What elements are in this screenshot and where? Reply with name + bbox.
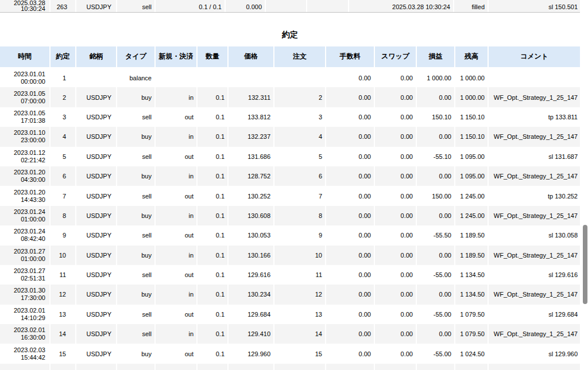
cell-symbol: USDJPY: [76, 246, 117, 265]
table-row: 2023.02.1316USDJPYbuyin0.1131.735160.000…: [0, 364, 580, 370]
cell-symbol: USDJPY: [76, 344, 117, 363]
cell-price: 131.686: [228, 147, 274, 166]
cell-balance: 1 024.50: [455, 344, 488, 363]
cell-profit: 0.00: [416, 364, 455, 370]
cell-time: 2023.02.0116:30:00: [0, 324, 50, 344]
cell-commission: 0.00: [326, 87, 374, 107]
cell-comment: WF_Opt._Strategy_1_25_147: [488, 364, 580, 370]
cell-time: 2023.01.3017:30:00: [0, 285, 50, 304]
cell-commission: 0.00: [326, 305, 374, 324]
column-header-10: 損益: [416, 46, 455, 68]
cell-price: 133.812: [228, 107, 274, 127]
cell-price: 129.616: [228, 265, 274, 285]
table-row: 2023.02.0114:10:2913USDJPYsellout0.1129.…: [0, 305, 580, 324]
vertical-scrollbar-thumb[interactable]: [583, 225, 587, 304]
cell-type: buy: [117, 206, 155, 225]
cell-type: sell: [117, 305, 155, 324]
cell-volume: 0.1 / 0.1: [155, 0, 225, 12]
cell-balance: 1 079.50: [455, 305, 488, 324]
cell-profit: 150.00: [416, 186, 455, 205]
cell-comment: WF_Opt._Strategy_1_25_147: [488, 285, 580, 304]
cell-order: 2: [274, 87, 326, 107]
cell-symbol: [76, 68, 117, 87]
cell-volume: [197, 68, 228, 87]
cell-swap: 0.00: [374, 127, 416, 146]
cell-time-done: 2025.03.28 10:30:24: [349, 0, 454, 12]
table-row: 2023.01.2701:00:0010USDJPYbuyin0.1130.16…: [0, 246, 580, 265]
cell-deal: 16: [50, 364, 76, 370]
table-row: 2023.01.1202:21:425USDJPYsellout0.1131.6…: [0, 147, 580, 166]
cell-swap: 0.00: [374, 166, 416, 186]
table-row: 2025.03.28 10:30:24 263 USDJPY sell 0.1 …: [0, 0, 580, 12]
cell-direction: out: [155, 147, 197, 166]
cell-commission: 0.00: [326, 107, 374, 127]
cell-comment: WF_Opt._Strategy_1_25_147: [488, 127, 580, 146]
cell-direction: out: [155, 265, 197, 285]
cell-direction: in: [155, 285, 197, 304]
cell-commission: 0.00: [326, 364, 374, 370]
cell-symbol: USDJPY: [76, 186, 117, 205]
cell-swap: 0.00: [374, 305, 416, 324]
cell-comment: sl 129.616: [488, 265, 580, 285]
cell-profit: -55.50: [416, 225, 455, 245]
column-header-1: 約定: [50, 46, 76, 68]
cell-profit: 0.00: [416, 206, 455, 225]
cell-order: 6: [274, 166, 326, 186]
cell-time: 2023.01.1023:00:00: [0, 127, 50, 146]
cell-swap: 0.00: [374, 324, 416, 344]
cell-order: 11: [274, 265, 326, 285]
cell-deal: 2: [50, 87, 76, 107]
cell-volume: 0.1: [197, 305, 228, 324]
cell-volume: 0.1: [197, 186, 228, 205]
cell-profit: -55.10: [416, 147, 455, 166]
cell-symbol: USDJPY: [76, 324, 117, 344]
cell-direction: out: [155, 225, 197, 245]
cell-swap: 0.00: [374, 285, 416, 304]
cell-comment: sl 129.960: [488, 344, 580, 363]
cell-commission: 0.00: [326, 166, 374, 186]
cell-time: 2023.01.2701:00:00: [0, 246, 50, 265]
cell-time: 2023.01.2408:42:40: [0, 225, 50, 245]
cell-symbol: USDJPY: [76, 107, 117, 127]
cell-price: 130.608: [228, 206, 274, 225]
cell-type: buy: [117, 246, 155, 265]
deals-table: 時間約定銘柄タイプ新規・決済数量価格注文手数料スワップ損益残高コメント 2023…: [0, 46, 580, 370]
cell-swap: 0.00: [374, 147, 416, 166]
cell-time: 2023.01.2401:00:00: [0, 206, 50, 225]
cell-volume: 0.1: [197, 246, 228, 265]
cell-type: buy: [117, 364, 155, 370]
cell-swap: 0.00: [374, 246, 416, 265]
cell-order: 13: [274, 305, 326, 324]
cell-type: sell: [117, 0, 155, 12]
cell-commission: 0.00: [326, 285, 374, 304]
cell-deal: 7: [50, 186, 76, 205]
cell-deal: 15: [50, 344, 76, 363]
cell-comment: sl 131.687: [488, 147, 580, 166]
cell-direction: out: [155, 305, 197, 324]
cell-swap: 0.00: [374, 225, 416, 245]
orders-table-partial-row: 2025.03.28 10:30:24 263 USDJPY sell 0.1 …: [0, 0, 580, 12]
cell-order: 15: [274, 344, 326, 363]
cell-commission: 0.00: [326, 127, 374, 146]
cell-symbol: USDJPY: [76, 364, 117, 370]
cell-direction: in: [155, 206, 197, 225]
cell-symbol: USDJPY: [76, 265, 117, 285]
cell-volume: 0.1: [197, 324, 228, 344]
cell-deal: 14: [50, 324, 76, 344]
cell-deal: 13: [50, 305, 76, 324]
cell-deal: 3: [50, 107, 76, 127]
cell-symbol: USDJPY: [76, 147, 117, 166]
column-header-12: コメント: [488, 46, 580, 68]
cell-comment: WF_Opt._Strategy_1_25_147: [488, 324, 580, 344]
deals-tbody: 2023.01.0100:00:001balance0.000.001 000.…: [0, 68, 580, 370]
cell-deal: 9: [50, 225, 76, 245]
cell-deal: 4: [50, 127, 76, 146]
cell-balance: 1 000.00: [455, 68, 488, 87]
cell-profit: -55.00: [416, 344, 455, 363]
column-header-4: 新規・決済: [155, 46, 197, 68]
section-title: 約定: [0, 30, 580, 39]
cell-order: 9: [274, 225, 326, 245]
cell-deal: 12: [50, 285, 76, 304]
cell-type: sell: [117, 225, 155, 245]
cell-price: 132.237: [228, 127, 274, 146]
